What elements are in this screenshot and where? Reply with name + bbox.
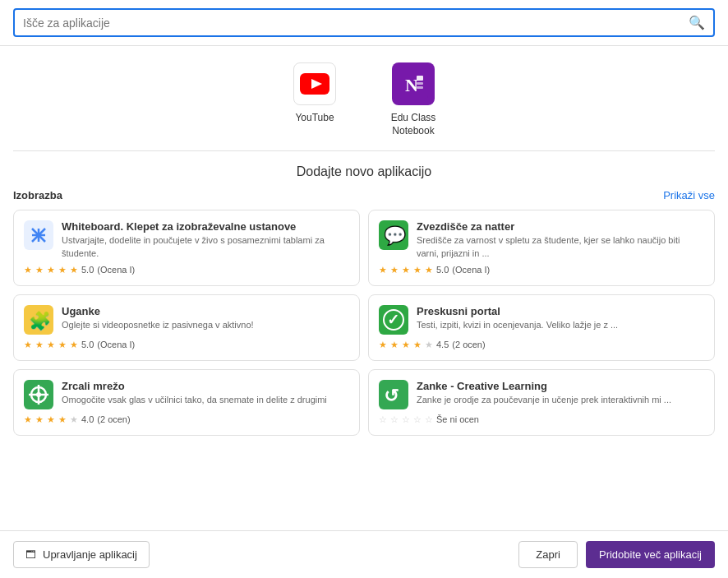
search-icon: 🔍 <box>689 15 705 30</box>
search-bar-wrapper: Išče za aplikacije 🔍 <box>0 0 728 46</box>
zanke-title: Zanke - Creative Learning <box>417 380 671 392</box>
svg-text:🧩: 🧩 <box>29 310 52 332</box>
card-header-zvezdisce: 💬 Zvezdišče za natter Središče za varnos… <box>379 220 704 260</box>
card-header-uganke: 🧩 Uganke Oglejte si videoposnetke iz pas… <box>24 305 349 335</box>
manage-icon: 🗔 <box>25 548 36 561</box>
preskusni-desc: Testi, izpiti, kvizi in ocenjevanja. Vel… <box>417 319 618 331</box>
svg-text:↺: ↺ <box>384 386 399 406</box>
section-title: Izobrazba <box>13 189 62 201</box>
whiteboard-desc: Ustvarjajte, dodelite in poučujete v živ… <box>62 234 349 260</box>
cards-grid: Whiteboard. Klepet za izobraževalne usta… <box>13 210 715 436</box>
education-section: Izobrazba Prikaži vse Whiteboard. Klepet… <box>0 189 728 530</box>
close-button[interactable]: Zapri <box>518 541 578 568</box>
svg-text:N: N <box>405 75 418 95</box>
card-header-zanke: ↺ Zanke - Creative Learning Zanke je oro… <box>379 380 704 409</box>
preskusni-rating: ★ ★ ★ ★ ★ 4.5 (2 ocen) <box>379 340 704 350</box>
svg-point-23 <box>36 392 41 397</box>
section-header: Izobrazba Prikaži vse <box>13 189 715 201</box>
card-zanke[interactable]: ↺ Zanke - Creative Learning Zanke je oro… <box>368 369 715 436</box>
whiteboard-icon <box>24 220 53 250</box>
card-uganke[interactable]: 🧩 Uganke Oglejte si videoposnetke iz pas… <box>13 294 360 361</box>
zanke-desc: Zanke je orodje za poučevanje in učenje … <box>417 394 671 406</box>
pinned-app-youtube[interactable]: YouTube <box>282 62 348 137</box>
edu-class-notebook-label: Edu Class Notebook <box>380 112 446 137</box>
card-whiteboard[interactable]: Whiteboard. Klepet za izobraževalne usta… <box>13 210 360 286</box>
uganke-icon: 🧩 <box>24 305 53 335</box>
footer: 🗔 Upravljanje aplikacij Zapri Pridobite … <box>0 530 728 578</box>
pinned-app-edu-class-notebook[interactable]: N Edu Class Notebook <box>380 62 446 137</box>
svg-rect-5 <box>417 82 423 85</box>
zrcali-icon <box>24 380 53 409</box>
footer-right-buttons: Zapri Pridobite več aplikacij <box>518 541 715 568</box>
youtube-svg-icon <box>300 73 329 95</box>
zanke-icon: ↺ <box>379 380 408 409</box>
uganke-rating: ★ ★ ★ ★ ★ 5.0 (Ocena I) <box>24 340 349 350</box>
pinned-apps-row: YouTube N Edu Class Notebook <box>0 46 728 150</box>
youtube-icon-box <box>293 62 336 105</box>
onenote-svg-icon: N <box>399 69 428 99</box>
uganke-desc: Oglejte si videoposnetke iz pasivnega v … <box>62 319 254 331</box>
show-all-link[interactable]: Prikaži vse <box>663 189 715 201</box>
card-preskusni[interactable]: ✓ Preskusni portal Testi, izpiti, kvizi … <box>368 294 715 361</box>
card-zvezdisce[interactable]: 💬 Zvezdišče za natter Središče za varnos… <box>368 210 715 286</box>
zvezdisce-icon: 💬 <box>379 220 408 250</box>
whiteboard-rating: ★ ★ ★ ★ ★ 5.0 (Ocena I) <box>24 265 349 275</box>
card-header-whiteboard: Whiteboard. Klepet za izobraževalne usta… <box>24 220 349 260</box>
card-header-preskusni: ✓ Preskusni portal Testi, izpiti, kvizi … <box>379 305 704 335</box>
search-bar: Išče za aplikacije 🔍 <box>13 8 715 37</box>
preskusni-icon: ✓ <box>379 305 408 335</box>
svg-text:💬: 💬 <box>384 224 407 247</box>
get-more-button[interactable]: Pridobite več aplikacij <box>586 541 715 568</box>
zvezdisce-desc: Središče za varnost v spletu za študente… <box>417 234 704 260</box>
search-input[interactable]: Išče za aplikacije <box>23 16 689 30</box>
svg-rect-4 <box>417 76 423 81</box>
svg-text:✓: ✓ <box>387 312 399 328</box>
zrcali-desc: Omogočite vsak glas v učilnici tako, da … <box>62 394 327 406</box>
uganke-title: Uganke <box>62 305 254 317</box>
manage-apps-button[interactable]: 🗔 Upravljanje aplikacij <box>13 541 150 568</box>
zrcali-title: Zrcali mrežo <box>62 380 327 392</box>
zvezdisce-rating: ★ ★ ★ ★ ★ 5.0 (Ocena I) <box>379 265 704 275</box>
svg-rect-6 <box>417 86 423 89</box>
add-app-heading: Dodajte novo aplikacijo <box>0 151 728 189</box>
card-header-zrcali: Zrcali mrežo Omogočite vsak glas v učiln… <box>24 380 349 409</box>
preskusni-title: Preskusni portal <box>417 305 618 317</box>
whiteboard-title: Whiteboard. Klepet za izobraževalne usta… <box>62 220 349 233</box>
card-zrcali[interactable]: Zrcali mrežo Omogočite vsak glas v učiln… <box>13 369 360 436</box>
zanke-rating: ☆ ☆ ☆ ☆ ☆ Še ni ocen <box>379 414 704 425</box>
youtube-label: YouTube <box>295 112 334 125</box>
manage-label: Upravljanje aplikacij <box>43 548 137 561</box>
onenote-icon-box: N <box>392 62 435 105</box>
zrcali-rating: ★ ★ ★ ★ ★ 4.0 (2 ocen) <box>24 414 349 425</box>
zvezdisce-title: Zvezdišče za natter <box>417 220 704 233</box>
